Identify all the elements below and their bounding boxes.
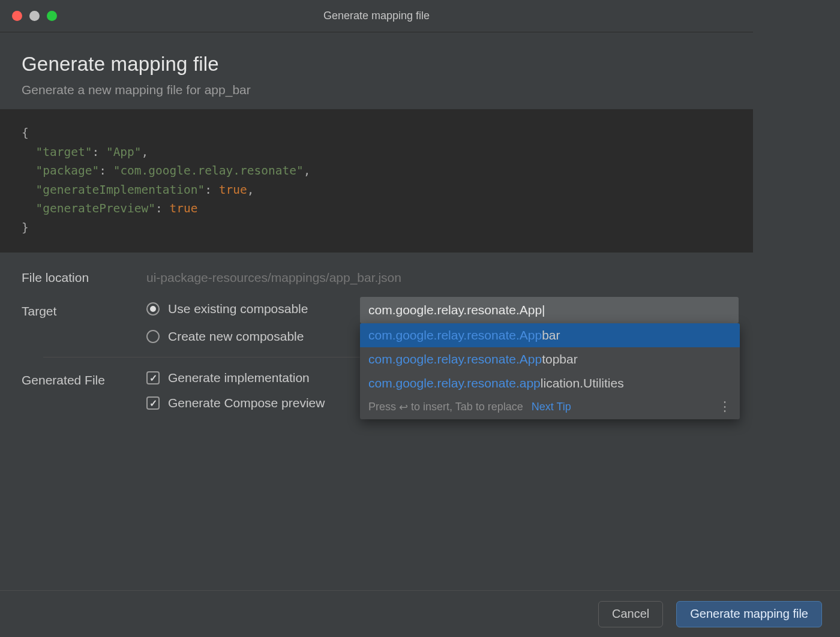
autocomplete-item[interactable]: com.google.relay.resonate.application.Ut… [360,371,740,395]
window-title: Generate mapping file [0,10,753,22]
checkbox-label: Generate implementation [168,371,310,385]
target-label: Target [22,302,142,318]
file-location-row: File location ui-package-resources/mappi… [22,268,731,285]
checkbox-icon [146,396,160,410]
target-row: Target Use existing composable Create ne… [22,302,731,344]
checkbox-icon [146,371,160,384]
radio-icon [146,302,160,316]
radio-label: Create new composable [168,329,304,344]
autocomplete-popup: com.google.relay.resonate.Appbar com.goo… [360,323,740,419]
dialog-subtitle: Generate a new mapping file for app_bar [22,83,731,97]
target-class-input[interactable] [360,297,739,323]
autocomplete-item[interactable]: com.google.relay.resonate.Appbar [360,323,740,347]
autocomplete-item[interactable]: com.google.relay.resonate.Apptopbar [360,347,740,371]
more-options-icon[interactable]: ⋮ [718,404,731,410]
dialog-header: Generate mapping file Generate a new map… [0,32,753,109]
autocomplete-hint: Press ↩ to insert, Tab to replace [368,400,523,413]
autocomplete-footer: Press ↩ to insert, Tab to replace Next T… [360,395,740,419]
file-location-value: ui-package-resources/mappings/app_bar.js… [146,268,731,285]
return-key-icon: ↩ [399,401,408,414]
json-preview: { "target": "App", "package": "com.googl… [0,109,753,253]
titlebar: Generate mapping file [0,0,753,32]
file-location-label: File location [22,268,142,285]
next-tip-link[interactable]: Next Tip [532,401,571,413]
radio-label: Use existing composable [168,302,308,316]
form-area: File location ui-package-resources/mappi… [0,253,753,421]
dialog-title: Generate mapping file [22,53,731,76]
generated-file-label: Generated File [22,371,142,387]
radio-icon [146,330,160,343]
checkbox-label: Generate Compose preview [168,396,325,410]
